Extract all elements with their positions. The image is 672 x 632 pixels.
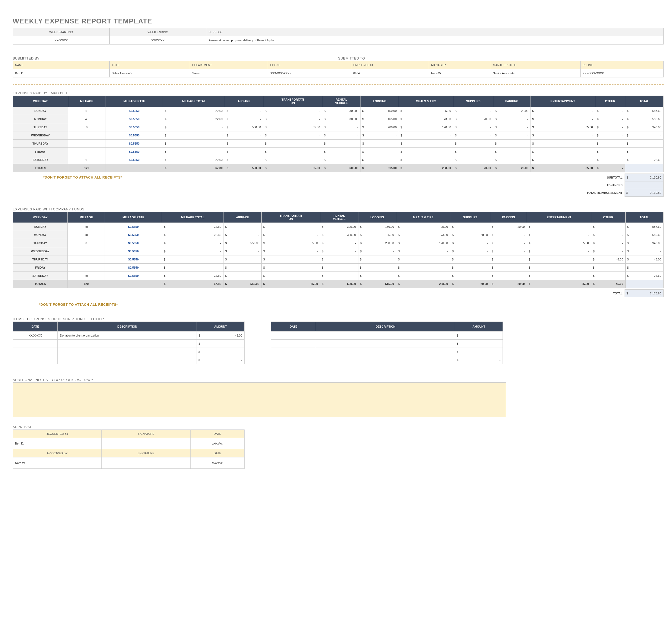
- money-cell[interactable]: 22.60: [162, 272, 223, 280]
- money-cell[interactable]: 35.00: [263, 123, 322, 131]
- money-cell[interactable]: -: [223, 223, 261, 231]
- money-cell[interactable]: -: [625, 247, 664, 255]
- mileage-cell[interactable]: [68, 255, 105, 263]
- money-cell[interactable]: -: [450, 263, 490, 272]
- week-starting-value[interactable]: XX/XX/XX: [13, 36, 110, 45]
- v-empid[interactable]: 8954: [351, 69, 429, 77]
- money-cell[interactable]: -: [595, 148, 625, 156]
- money-cell[interactable]: -: [591, 272, 625, 280]
- itemized-amount[interactable]: -: [197, 339, 244, 348]
- money-cell[interactable]: -: [625, 148, 663, 156]
- money-cell[interactable]: -: [527, 231, 591, 239]
- mileage-cell[interactable]: [68, 263, 105, 272]
- itemized-amount[interactable]: -: [455, 348, 503, 356]
- money-cell[interactable]: 165.00: [358, 231, 396, 239]
- money-cell[interactable]: 200.00: [361, 123, 399, 131]
- money-cell[interactable]: 20.00: [490, 223, 527, 231]
- money-cell[interactable]: -: [225, 115, 263, 123]
- money-cell[interactable]: -: [263, 148, 322, 156]
- money-cell[interactable]: -: [527, 247, 591, 255]
- money-cell[interactable]: -: [225, 148, 263, 156]
- money-cell[interactable]: -: [358, 247, 396, 255]
- money-cell[interactable]: -: [320, 239, 358, 247]
- money-cell[interactable]: 22.60: [163, 107, 225, 115]
- money-cell[interactable]: -: [493, 123, 530, 131]
- money-cell[interactable]: -: [261, 272, 320, 280]
- money-cell[interactable]: 22.60: [163, 156, 225, 164]
- money-cell[interactable]: -: [625, 139, 663, 148]
- mileage-cell[interactable]: [68, 131, 105, 139]
- money-cell[interactable]: 20.00: [453, 115, 493, 123]
- money-cell[interactable]: -: [261, 247, 320, 255]
- money-cell[interactable]: -: [361, 148, 399, 156]
- money-cell[interactable]: -: [493, 115, 530, 123]
- money-cell[interactable]: -: [591, 231, 625, 239]
- money-cell[interactable]: -: [361, 139, 399, 148]
- money-cell[interactable]: -: [530, 107, 595, 115]
- itemized-date[interactable]: [271, 348, 316, 356]
- money-cell[interactable]: 300.00: [322, 115, 361, 123]
- money-cell[interactable]: 22.60: [163, 115, 225, 123]
- money-cell[interactable]: -: [450, 255, 490, 263]
- money-cell[interactable]: -: [453, 148, 493, 156]
- money-cell[interactable]: 22.60: [162, 223, 223, 231]
- money-cell[interactable]: -: [530, 139, 595, 148]
- money-cell[interactable]: -: [453, 131, 493, 139]
- purpose-value[interactable]: Presentation and proposal delivery of Pr…: [206, 36, 664, 45]
- money-cell[interactable]: -: [223, 263, 261, 272]
- money-cell[interactable]: 95.00: [399, 107, 453, 115]
- advances-value[interactable]: [625, 181, 664, 189]
- money-cell[interactable]: -: [320, 272, 358, 280]
- money-cell[interactable]: -: [490, 255, 527, 263]
- money-cell[interactable]: -: [595, 131, 625, 139]
- money-cell[interactable]: -: [453, 156, 493, 164]
- money-cell[interactable]: -: [397, 247, 450, 255]
- date1-value[interactable]: xx/xx/xx: [191, 438, 244, 449]
- money-cell[interactable]: -: [530, 148, 595, 156]
- itemized-date[interactable]: [271, 331, 316, 339]
- money-cell[interactable]: 22.60: [162, 231, 223, 239]
- money-cell[interactable]: -: [361, 131, 399, 139]
- money-cell[interactable]: 120.00: [399, 123, 453, 131]
- money-cell[interactable]: -: [225, 139, 263, 148]
- mileage-cell[interactable]: 0: [68, 123, 105, 131]
- money-cell[interactable]: 300.00: [320, 231, 358, 239]
- money-cell[interactable]: -: [493, 131, 530, 139]
- itemized-desc[interactable]: [316, 339, 455, 348]
- money-cell[interactable]: -: [263, 115, 322, 123]
- date2-value[interactable]: xx/xx/xx: [191, 457, 244, 469]
- money-cell[interactable]: -: [162, 255, 223, 263]
- money-cell[interactable]: 550.00: [223, 239, 261, 247]
- money-cell[interactable]: -: [163, 139, 225, 148]
- notes-box[interactable]: [13, 382, 506, 417]
- itemized-date[interactable]: [13, 339, 58, 348]
- money-cell[interactable]: -: [399, 131, 453, 139]
- mileage-cell[interactable]: 40: [68, 115, 105, 123]
- money-cell[interactable]: -: [261, 223, 320, 231]
- money-cell[interactable]: -: [490, 247, 527, 255]
- money-cell[interactable]: -: [450, 272, 490, 280]
- mileage-cell[interactable]: 0: [68, 239, 105, 247]
- signature1-value[interactable]: [102, 438, 191, 449]
- itemized-desc[interactable]: [58, 339, 197, 348]
- money-cell[interactable]: -: [490, 263, 527, 272]
- money-cell[interactable]: 940.00: [625, 239, 664, 247]
- money-cell[interactable]: -: [263, 156, 322, 164]
- v-mgrtitle[interactable]: Senior Associate: [491, 69, 580, 77]
- money-cell[interactable]: -: [399, 156, 453, 164]
- money-cell[interactable]: -: [591, 263, 625, 272]
- money-cell[interactable]: 45.00: [625, 255, 664, 263]
- money-cell[interactable]: 940.00: [625, 123, 663, 131]
- money-cell[interactable]: -: [322, 139, 361, 148]
- money-cell[interactable]: -: [625, 263, 664, 272]
- money-cell[interactable]: -: [162, 247, 223, 255]
- money-cell[interactable]: 150.00: [361, 107, 399, 115]
- money-cell[interactable]: 587.60: [625, 223, 664, 231]
- mileage-cell[interactable]: 40: [68, 272, 105, 280]
- money-cell[interactable]: -: [322, 131, 361, 139]
- money-cell[interactable]: -: [322, 148, 361, 156]
- itemized-desc[interactable]: [58, 356, 197, 364]
- money-cell[interactable]: -: [320, 255, 358, 263]
- money-cell[interactable]: -: [397, 263, 450, 272]
- money-cell[interactable]: -: [263, 139, 322, 148]
